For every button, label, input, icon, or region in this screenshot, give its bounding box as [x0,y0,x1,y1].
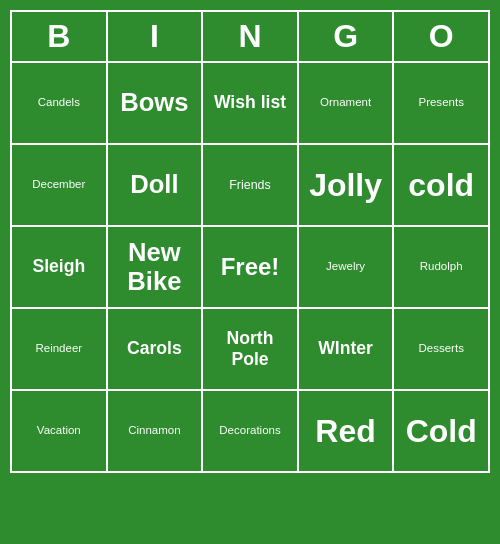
header-cell-b: B [12,12,108,63]
cell-r2-c1: New Bike [108,227,204,309]
cell-r0-c0: Candels [12,63,108,145]
cell-r3-c4: Desserts [394,309,490,391]
cell-r3-c1: Carols [108,309,204,391]
cell-r2-c3: Jewelry [299,227,395,309]
cell-r3-c2: North Pole [203,309,299,391]
cell-r2-c0: Sleigh [12,227,108,309]
cell-r4-c0: Vacation [12,391,108,473]
header-cell-i: I [108,12,204,63]
cell-r3-c3: WInter [299,309,395,391]
cell-r1-c3: Jolly [299,145,395,227]
cell-r4-c2: Decorations [203,391,299,473]
bingo-header: BINGO [10,10,490,63]
cell-r2-c2: Free! [203,227,299,309]
cell-r3-c0: Reindeer [12,309,108,391]
cell-r1-c2: Friends [203,145,299,227]
cell-r4-c1: Cinnamon [108,391,204,473]
cell-r4-c4: Cold [394,391,490,473]
cell-r1-c4: cold [394,145,490,227]
bingo-card: BINGO CandelsBowsWish listOrnamentPresen… [10,10,490,473]
cell-r0-c4: Presents [394,63,490,145]
cell-r1-c1: Doll [108,145,204,227]
cell-r0-c2: Wish list [203,63,299,145]
header-cell-o: O [394,12,490,63]
cell-r0-c1: Bows [108,63,204,145]
header-cell-g: G [299,12,395,63]
cell-r1-c0: December [12,145,108,227]
cell-r0-c3: Ornament [299,63,395,145]
header-cell-n: N [203,12,299,63]
cell-r4-c3: Red [299,391,395,473]
cell-r2-c4: Rudolph [394,227,490,309]
bingo-grid: CandelsBowsWish listOrnamentPresentsDece… [10,63,490,473]
